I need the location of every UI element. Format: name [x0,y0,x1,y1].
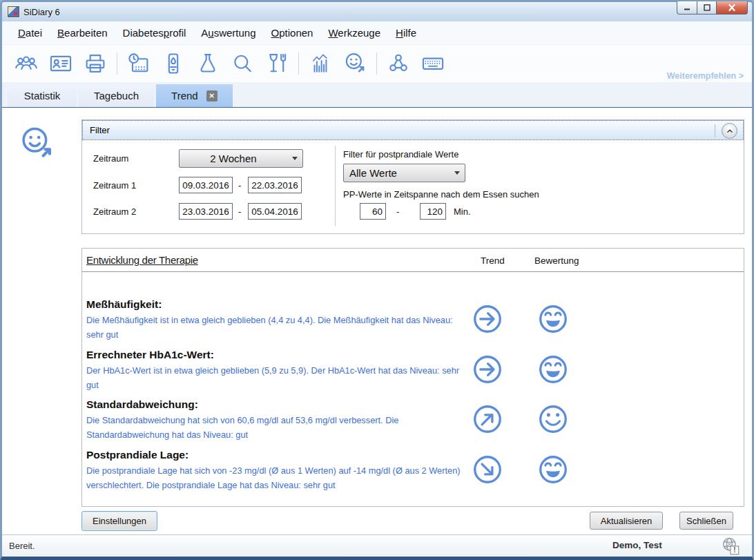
therapy-panel: Entwicklung der Therapie Trend Bewertung… [81,248,744,507]
status-text: Bereit. [9,541,35,551]
therapy-row-hba1c: Errechneter HbA1c-Wert: Der HbA1c-Wert i… [86,349,741,398]
minimize-button[interactable] [677,1,697,15]
menu-optionen[interactable]: Optionen [265,25,320,41]
range-dash: - [238,180,241,191]
search-icon [230,51,255,76]
menu-hilfe[interactable]: Hilfe [389,25,423,41]
tab-tagebuch[interactable]: Tagebuch [79,84,154,107]
meter-button[interactable] [156,48,191,79]
pp-to-input[interactable] [420,203,446,220]
close-tab-button[interactable]: Schließen [679,512,733,530]
clock-calendar-icon [126,51,151,76]
pp-filter-selected-value: Alle Werte [344,167,450,179]
smiley-laugh-icon [537,454,569,485]
lab-button[interactable] [191,48,225,79]
diary-button[interactable] [122,48,156,79]
users-button[interactable] [9,48,44,79]
toolbar-separator [298,52,299,75]
food-drink-icon [264,51,289,76]
printer-icon [83,51,108,76]
svg-text:!: ! [733,546,735,554]
settings-button[interactable]: Einstellungen [81,511,157,531]
print-button[interactable] [78,48,113,79]
trend-page-icon [17,124,56,166]
therapy-row-postprandiale-lage: Postprandiale Lage: Die postprandiale La… [86,449,741,499]
dropdown-arrow-icon [287,157,302,160]
zeitraum1-from-input[interactable] [179,177,233,193]
row-heading: Postprandiale Lage: [86,449,741,461]
pp-from-input[interactable] [360,203,386,220]
filter-divider [335,146,336,226]
statistics-icon [308,51,333,76]
column-header-trend: Trend [481,255,505,266]
smiley-laugh-icon [537,303,569,335]
maximize-icon [702,3,713,12]
profile-button[interactable] [44,48,78,79]
tab-bar: Statistik Tagebuch Trend× [2,82,752,107]
window-title: SiDiary 6 [23,7,60,17]
collapse-filter-button[interactable] [722,123,737,139]
status-bar: Bereit. Demo, Test ! [2,534,752,557]
title-bar: SiDiary 6 [2,2,752,21]
tab-trend[interactable]: Trend× [156,84,233,107]
range-dash: - [238,206,241,217]
recommend-link[interactable]: Weiterempfehlen > [667,71,744,81]
zeitraum2-to-input[interactable] [248,203,302,220]
tab-close-icon[interactable]: × [206,90,218,102]
therapy-header: Entwicklung der Therapie Trend Bewertung [82,249,744,272]
maximize-button[interactable] [697,1,717,15]
row-text: Die postprandiale Lage hat sich von -23 … [86,463,467,492]
therapy-row-messhaeufigkeit: Meßhäufigkeit: Die Meßhäufigkeit ist in … [86,298,741,348]
arrow-right-circle-icon [472,303,503,335]
pp-filter-select[interactable]: Alle Werte [343,164,465,182]
filter-body: Zeitraum 2 Wochen Zeitraum 1 - Zeitraum … [82,140,744,233]
filter-header-separator [715,124,715,137]
dropdown-arrow-icon [450,171,465,175]
arrow-right-circle-icon [472,354,503,385]
smiley-laugh-icon [537,354,569,385]
row-heading: Errechneter HbA1c-Wert: [86,349,741,361]
zeitraum-selected-value: 2 Wochen [180,153,287,164]
glucose-meter-icon [161,51,186,76]
row-text: Der HbA1c-Wert ist in etwa gleich geblie… [86,363,467,392]
menu-diabetesprofil[interactable]: Diabetesprofil [117,25,193,41]
zeitraum1-label: Zeitraum 1 [93,180,136,191]
contact-card-icon [48,51,73,76]
zeitraum2-from-input[interactable] [179,203,233,220]
close-icon [726,3,737,12]
toolbar: Weiterempfehlen > [2,45,752,82]
share-icon [386,51,411,76]
smiley-smile-icon [537,403,569,435]
menu-datei[interactable]: Datei [12,25,48,41]
row-text: Die Meßhäufigkeit ist in etwa gleich geb… [86,313,467,342]
filter-header[interactable]: Filter [82,120,744,140]
minimize-icon [682,3,693,12]
tab-statistik[interactable]: Statistik [8,84,77,107]
app-window: SiDiary 6 Datei Bearbeiten Diabetesprofi… [0,0,754,560]
lab-flask-icon [195,51,220,76]
refresh-button[interactable]: Aktualisieren [590,512,663,530]
trend-button[interactable] [338,48,372,79]
share-button[interactable] [381,48,416,79]
filter-panel: Filter Zeitraum 2 Wochen Zeitraum 1 - Ze… [81,119,744,234]
app-icon [8,6,19,17]
row-text: Die Standardabweichung hat sich von 60,6… [86,413,467,442]
row-heading: Meßhäufigkeit: [86,298,741,311]
pp-unit-label: Min. [454,206,471,217]
menu-bearbeiten[interactable]: Bearbeiten [51,25,114,41]
search-button[interactable] [225,48,260,79]
zeitraum1-to-input[interactable] [248,177,302,193]
menu-auswertung[interactable]: Auswertung [195,25,262,41]
column-header-bewertung: Bewertung [534,255,579,266]
users-icon [14,51,39,76]
keyboard-button[interactable] [416,48,450,79]
toolbar-separator [117,52,117,75]
zeitraum2-label: Zeitraum 2 [93,206,136,217]
statistics-button[interactable] [303,48,338,79]
menu-werkzeuge[interactable]: Werkzeuge [322,25,387,41]
toolbar-separator [376,52,377,75]
food-button[interactable] [260,48,294,79]
arrow-up-right-circle-icon [472,403,503,435]
close-window-button[interactable] [717,1,748,15]
zeitraum-select[interactable]: 2 Wochen [179,149,303,168]
